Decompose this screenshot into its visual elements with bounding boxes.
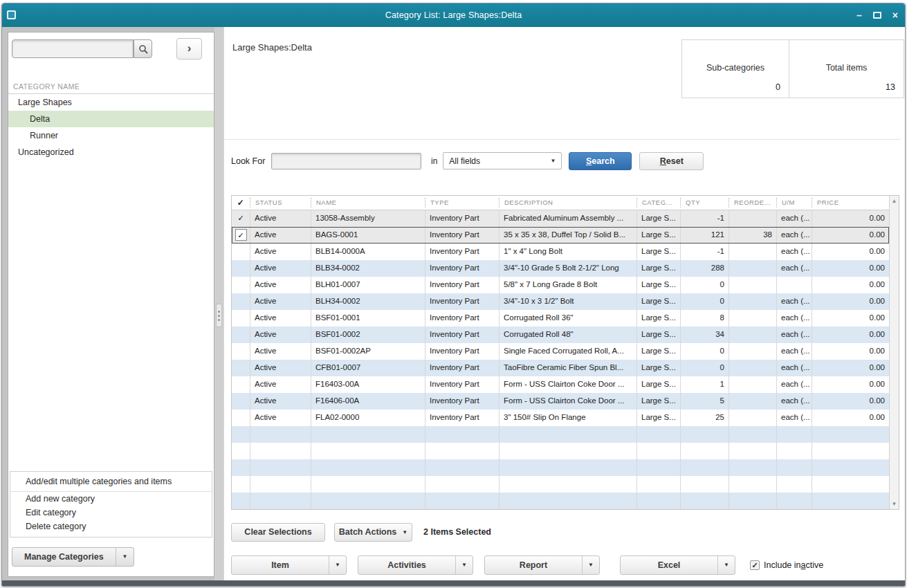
menu-item-edit-category[interactable]: Edit category	[10, 506, 212, 520]
table-row-empty[interactable]	[232, 476, 889, 493]
field-selector-dropdown[interactable]: All fields ▼	[443, 152, 562, 169]
look-for-input[interactable]	[271, 153, 421, 169]
category-search-button[interactable]	[134, 39, 152, 58]
row-checkbox[interactable]	[232, 459, 250, 476]
table-row-f16406-00a[interactable]: ActiveF16406-00AInventory PartForm - USS…	[232, 393, 889, 410]
row-checkbox[interactable]: ✓	[232, 227, 250, 244]
row-checkbox[interactable]	[232, 293, 250, 310]
select-all-check-icon[interactable]: ✓	[232, 198, 250, 208]
cell-um	[776, 277, 812, 293]
report-menu-button[interactable]: Report▼	[484, 555, 600, 575]
item-menu-button[interactable]: Item▼	[231, 555, 347, 575]
close-icon[interactable]: ×	[892, 10, 898, 20]
scroll-up-icon[interactable]: ▲	[892, 196, 897, 206]
row-checkbox[interactable]	[232, 244, 250, 260]
category-item-delta[interactable]: Delta	[8, 111, 214, 127]
table-row-bags-0001[interactable]: ✓ActiveBAGS-0001Inventory Part35 x 35 x …	[232, 227, 889, 244]
table-row-empty[interactable]	[232, 426, 889, 443]
cell-description: 35 x 35 x 38, Duffel Top / Solid B...	[499, 227, 636, 244]
clear-selections-button[interactable]: Clear Selections	[231, 523, 325, 542]
row-checkbox[interactable]: ✓	[232, 210, 250, 227]
table-row-13058-assembly[interactable]: ✓Active13058-AssemblyInventory PartFabri…	[232, 210, 889, 227]
cell-qty: 0	[680, 293, 729, 310]
category-item-runner[interactable]: Runner	[8, 127, 214, 144]
table-row-bsf01-0001[interactable]: ActiveBSF01-0001Inventory PartCorrugated…	[232, 310, 889, 327]
minimize-icon[interactable]: –	[856, 10, 862, 20]
menu-item-add-new-category[interactable]: Add new category	[10, 492, 212, 506]
column-header-reorde[interactable]: REORDE...	[729, 198, 776, 208]
batch-actions-button[interactable]: Batch Actions ▼	[334, 523, 412, 542]
column-header-um[interactable]: U/M	[776, 198, 812, 208]
row-checkbox[interactable]	[232, 426, 250, 443]
row-checkbox[interactable]	[232, 393, 250, 410]
table-row-empty[interactable]	[232, 443, 889, 459]
row-checkbox[interactable]	[232, 360, 250, 376]
cell-type: Inventory Part	[425, 310, 499, 327]
main-panel: Large Shapes:Delta Sub-categories 0 Tota…	[223, 27, 905, 580]
row-checkbox[interactable]	[232, 327, 250, 343]
row-checkbox[interactable]	[232, 376, 250, 393]
collapse-sidebar-button[interactable]: ›	[176, 38, 202, 59]
row-checkbox[interactable]	[232, 493, 250, 509]
column-header-status[interactable]: STATUS	[250, 198, 311, 208]
row-checkbox[interactable]	[232, 443, 250, 459]
button-label: Excel	[621, 560, 717, 570]
excel-menu-button[interactable]: Excel▼	[620, 555, 735, 575]
scroll-down-icon[interactable]: ▼	[892, 499, 897, 509]
panel-splitter[interactable]	[214, 27, 223, 580]
cell-price: 0.00	[812, 227, 889, 244]
column-header-price[interactable]: PRICE	[812, 198, 889, 208]
table-scrollbar[interactable]: ▲ ▼	[889, 196, 899, 509]
column-header-categ[interactable]: CATEG...	[636, 198, 680, 208]
cell-qty	[680, 476, 729, 493]
cell-status: Active	[250, 410, 311, 426]
cell-category: Large S...	[636, 360, 680, 376]
table-row-empty[interactable]	[232, 459, 889, 476]
row-checkbox[interactable]	[232, 310, 250, 327]
cell-description: Fabricated Aluminum Assembly ...	[499, 210, 636, 227]
table-row-bsf01-0002ap[interactable]: ActiveBSF01-0002APInventory PartSingle F…	[232, 343, 889, 360]
maximize-icon[interactable]	[873, 12, 881, 19]
cell-price: 0.00	[812, 244, 889, 260]
cell-description: 1" x 4" Long Bolt	[499, 244, 636, 260]
row-checkbox[interactable]	[232, 260, 250, 277]
table-row-bsf01-0002[interactable]: ActiveBSF01-0002Inventory PartCorrugated…	[232, 327, 889, 343]
include-inactive-checkbox[interactable]: ✓	[750, 560, 760, 570]
reset-button[interactable]: Reset	[639, 152, 704, 170]
row-checkbox[interactable]	[232, 343, 250, 360]
table-row-fla02-0000[interactable]: ActiveFLA02-0000Inventory Part3" 150# Sl…	[232, 410, 889, 426]
table-row-cfb01-0007[interactable]: ActiveCFB01-0007Inventory PartTaoFibre C…	[232, 360, 889, 376]
cell-um: each (...	[776, 376, 812, 393]
column-header-qty[interactable]: QTY	[680, 198, 729, 208]
table-row-blb34-0002[interactable]: ActiveBLB34-0002Inventory Part3/4"-10 Gr…	[232, 260, 889, 277]
row-checkbox[interactable]	[232, 410, 250, 426]
table-row-empty[interactable]	[232, 493, 889, 509]
cell-name: CFB01-0007	[311, 360, 425, 376]
search-button[interactable]: Search	[569, 152, 632, 170]
category-item-uncategorized[interactable]: Uncategorized	[8, 144, 214, 160]
cell-category: Large S...	[636, 310, 680, 327]
row-checkbox[interactable]	[232, 277, 250, 293]
menu-item-delete-category[interactable]: Delete category	[10, 520, 212, 537]
category-item-large-shapes[interactable]: Large Shapes	[8, 94, 214, 111]
column-header-type[interactable]: TYPE	[425, 198, 499, 208]
table-row-blh01-0007[interactable]: ActiveBLH01-0007Inventory Part5/8" x 7 L…	[232, 277, 889, 293]
dropdown-arrow-icon: ▼	[582, 556, 599, 574]
subcategories-label: Sub-categories	[690, 63, 780, 73]
table-row-blh34-0002[interactable]: ActiveBLH34-0002Inventory Part3/4"-10 x …	[232, 293, 889, 310]
manage-categories-button[interactable]: Manage Categories ▼	[12, 547, 134, 567]
cell-status: Active	[250, 310, 311, 327]
cell-qty	[680, 493, 729, 509]
row-checkbox[interactable]	[232, 476, 250, 493]
column-header-name[interactable]: NAME	[311, 198, 425, 208]
cell-status: Active	[250, 327, 311, 343]
table-row-f16403-00a[interactable]: ActiveF16403-00AInventory PartForm - USS…	[232, 376, 889, 393]
activities-menu-button[interactable]: Activities▼	[358, 555, 473, 575]
column-header-description[interactable]: DESCRIPTION	[499, 198, 636, 208]
category-search-input[interactable]	[12, 39, 134, 58]
menu-item-add-edit-multiple[interactable]: Add/edit multiple categories and items	[10, 472, 212, 492]
cell-um: each (...	[776, 393, 812, 410]
table-row-blb14-0000a[interactable]: ActiveBLB14-0000AInventory Part1" x 4" L…	[232, 244, 889, 260]
cell-category: Large S...	[636, 260, 680, 277]
cell-um: each (...	[776, 343, 812, 360]
